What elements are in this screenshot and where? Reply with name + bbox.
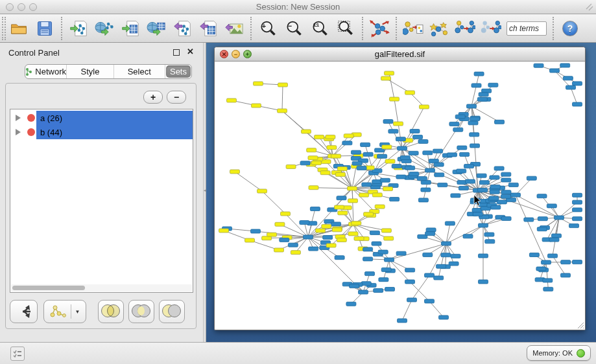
network-frame-titlebar[interactable]: ✕ − + galFiltered.sif [215, 47, 585, 62]
zoom-in-icon [259, 19, 277, 38]
hide-selected-icon [481, 19, 501, 38]
expand-triangle-icon[interactable] [16, 115, 21, 121]
import-table-web-button[interactable] [143, 16, 169, 41]
toolbar-separator [61, 17, 62, 40]
network-desktop: ✕ − + galFiltered.sif [206, 43, 596, 342]
venn-union-icon [101, 304, 121, 319]
window-resize-icon[interactable] [584, 2, 593, 11]
task-list-icon [13, 350, 22, 358]
mouse-cursor-icon [473, 195, 481, 207]
horizontal-scrollbar[interactable] [11, 284, 192, 291]
remove-set-button[interactable]: − [167, 91, 186, 104]
help-button[interactable]: ? [562, 21, 578, 36]
toolbar-separator [396, 17, 397, 40]
new-network-from-selection-icon [403, 19, 423, 38]
toolbar-separator [553, 17, 554, 40]
export-network-button[interactable] [169, 16, 195, 41]
venn-difference-icon [162, 304, 182, 319]
float-panel-icon[interactable] [173, 49, 180, 56]
export-image-icon [224, 19, 244, 38]
union-sets-button[interactable] [98, 300, 124, 323]
window-titlebar[interactable]: Session: New Session [0, 0, 596, 14]
floppy-disk-icon [36, 19, 54, 38]
remove-set-label: − [174, 92, 179, 102]
set-color-dot [27, 128, 35, 136]
tab-sets[interactable]: Sets [166, 65, 191, 78]
apply-layout-button[interactable] [366, 16, 392, 41]
folder-icon [9, 19, 29, 38]
tab-label: Sets [170, 67, 187, 76]
add-set-label: + [150, 92, 156, 102]
zoom-actual-size-icon [311, 19, 329, 38]
hide-selected-button[interactable] [478, 16, 504, 41]
save-session-button[interactable] [32, 16, 58, 41]
tab-select[interactable]: Select [114, 65, 165, 78]
main-toolbar: + − 1:1 [0, 14, 596, 43]
new-network-from-selection-button[interactable] [400, 16, 426, 41]
memory-status-label: Memory: OK [532, 349, 573, 357]
open-session-button[interactable] [6, 16, 32, 41]
set-row-b[interactable]: b (44) [10, 125, 193, 139]
window-title: Session: New Session [0, 2, 596, 12]
export-table-icon [198, 19, 218, 38]
create-set-menu-button[interactable]: ▼ [43, 300, 86, 323]
control-panel: Control Panel ✕ Network Style Select Set… [0, 43, 203, 342]
tab-style[interactable]: Style [67, 65, 113, 78]
zoom-fit-selected-button[interactable] [333, 16, 359, 41]
expand-triangle-icon[interactable] [16, 129, 21, 135]
frame-resize-grip[interactable] [575, 320, 584, 329]
first-neighbors-button[interactable] [426, 16, 452, 41]
task-history-button[interactable] [10, 347, 25, 361]
zoom-fit-selected-icon [337, 19, 355, 38]
set-color-dot [27, 114, 35, 122]
sets-list: a (26) b (44) [10, 109, 193, 293]
search-input-text: ch terms [509, 24, 539, 33]
yellow-network-icon [50, 304, 67, 319]
import-network-web-button[interactable] [91, 16, 117, 41]
export-image-button[interactable] [221, 16, 247, 41]
network-canvas[interactable] [215, 62, 585, 330]
import-network-file-icon [69, 19, 88, 38]
network-frame-title: galFiltered.sif [215, 49, 585, 59]
memory-ok-indicator-icon [577, 349, 585, 358]
zoom-actual-size-button[interactable]: 1:1 [307, 16, 333, 41]
zoom-in-button[interactable]: + [255, 16, 281, 41]
set-row-a[interactable]: a (26) [10, 111, 193, 125]
set-label: a (26) [40, 113, 62, 123]
copy-network-icon [455, 19, 475, 38]
toolbar-separator [362, 17, 363, 40]
copy-network-button[interactable] [452, 16, 478, 41]
difference-sets-button[interactable] [159, 300, 185, 323]
intersect-sets-button[interactable] [128, 300, 154, 323]
set-label: b (44) [40, 128, 62, 137]
tab-label: Network [35, 67, 66, 76]
export-table-button[interactable] [195, 16, 221, 41]
venn-intersection-icon [132, 304, 151, 319]
zoom-out-icon [285, 19, 303, 38]
dropdown-caret-icon: ▼ [75, 309, 80, 315]
first-neighbors-icon [429, 19, 449, 38]
sets-panel: + − a (26) b (44) [5, 83, 197, 329]
network-frame[interactable]: ✕ − + galFiltered.sif [214, 47, 586, 330]
import-network-web-icon [94, 19, 115, 38]
control-panel-title: Control Panel [8, 48, 60, 58]
scrollbar-thumb[interactable] [12, 286, 85, 290]
import-table-file-icon [121, 19, 140, 38]
zoom-out-button[interactable]: − [281, 16, 307, 41]
network-tab-icon [25, 67, 32, 76]
import-table-file-button[interactable] [117, 16, 143, 41]
close-panel-icon[interactable]: ✕ [187, 47, 194, 56]
application-window: Session: New Session [0, 0, 596, 364]
network-graph[interactable] [215, 62, 585, 330]
apply-layout-icon [369, 19, 390, 38]
split-arrows-icon [16, 304, 32, 319]
export-network-icon [173, 19, 192, 38]
memory-status-button[interactable]: Memory: OK [527, 345, 591, 361]
tab-network[interactable]: Network [25, 65, 67, 78]
splitter-collapse-icon[interactable]: ◂ [204, 188, 206, 193]
import-network-file-button[interactable] [66, 16, 91, 41]
add-set-button[interactable]: + [143, 91, 163, 104]
control-panel-tabbar: Network Style Select Sets [25, 64, 192, 79]
search-input[interactable]: ch terms [507, 21, 547, 36]
split-set-button[interactable] [10, 300, 38, 323]
